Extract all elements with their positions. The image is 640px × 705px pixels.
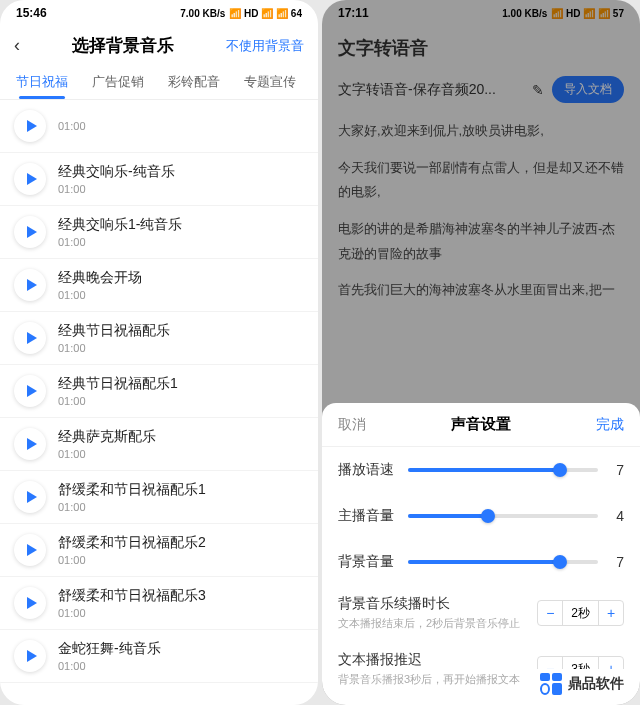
status-time: 15:46: [16, 6, 47, 20]
music-item[interactable]: 金蛇狂舞-纯音乐 01:00: [0, 630, 318, 683]
music-item[interactable]: 经典萨克斯配乐 01:00: [0, 418, 318, 471]
text-content[interactable]: 大家好,欢迎来到侃片,放映员讲电影,今天我们要说一部剧情有点雷人，但是却又还不错…: [322, 111, 640, 323]
stepper-minus[interactable]: −: [538, 601, 562, 625]
music-duration: 01:00: [58, 448, 304, 460]
play-icon: [27, 544, 37, 556]
status-bar: 17:11 1.00 KB/s 📶 HD 📶 📶 57: [322, 0, 640, 26]
music-item[interactable]: 经典交响乐1-纯音乐 01:00: [0, 206, 318, 259]
play-button[interactable]: [14, 640, 46, 672]
header: ‹ 选择背景音乐 不使用背景音: [0, 26, 318, 65]
music-duration: 01:00: [58, 236, 304, 248]
import-button[interactable]: 导入文档: [552, 76, 624, 103]
music-title: 经典交响乐1-纯音乐: [58, 216, 304, 234]
slider-label: 主播音量: [338, 507, 398, 525]
page-title: 选择背景音乐: [20, 34, 226, 57]
no-bgm-button[interactable]: 不使用背景音: [226, 37, 304, 55]
slider-value: 7: [608, 554, 624, 570]
cancel-button[interactable]: 取消: [338, 416, 366, 434]
music-duration: 01:00: [58, 183, 304, 195]
music-item[interactable]: 舒缓柔和节日祝福配乐1 01:00: [0, 471, 318, 524]
music-duration: 01:00: [58, 120, 304, 132]
right-content: 17:11 1.00 KB/s 📶 HD 📶 📶 57 文字转语音 文字转语音-…: [322, 0, 640, 323]
music-title: 舒缓柔和节日祝福配乐2: [58, 534, 304, 552]
slider-row: 播放语速 7: [322, 447, 640, 493]
stepper-value: 2秒: [562, 601, 599, 625]
play-icon: [27, 332, 37, 344]
play-icon: [27, 385, 37, 397]
music-title: 经典节日祝福配乐: [58, 322, 304, 340]
music-item[interactable]: 舒缓柔和节日祝福配乐3 01:00: [0, 577, 318, 630]
tab-3[interactable]: 专题宣传: [232, 65, 308, 99]
play-icon: [27, 279, 37, 291]
music-list[interactable]: 01:00 经典交响乐-纯音乐 01:00 经典交响乐1-纯音乐 01:00 经…: [0, 100, 318, 705]
edit-icon[interactable]: ✎: [532, 82, 544, 98]
logo-text: 鼎品软件: [568, 675, 624, 693]
music-title: 经典交响乐-纯音乐: [58, 163, 304, 181]
music-duration: 01:00: [58, 554, 304, 566]
sound-settings-sheet: 取消 声音设置 完成 播放语速 7主播音量 4背景音量 7 背景音乐续播时长 文…: [322, 403, 640, 705]
tab-1[interactable]: 广告促销: [80, 65, 156, 99]
slider-thumb[interactable]: [481, 509, 495, 523]
tab-0[interactable]: 节日祝福: [4, 65, 80, 99]
done-button[interactable]: 完成: [596, 416, 624, 434]
slider-thumb[interactable]: [553, 555, 567, 569]
play-button[interactable]: [14, 587, 46, 619]
play-button[interactable]: [14, 375, 46, 407]
music-duration: 01:00: [58, 395, 304, 407]
tab-4[interactable]: 抒情: [308, 65, 318, 99]
slider-label: 播放语速: [338, 461, 398, 479]
music-duration: 01:00: [58, 607, 304, 619]
right-header: 文字转语音: [322, 26, 640, 68]
music-duration: 01:00: [58, 342, 304, 354]
slider[interactable]: [408, 560, 598, 564]
music-item[interactable]: 01:00: [0, 100, 318, 153]
slider-value: 4: [608, 508, 624, 524]
music-item[interactable]: 经典晚会开场 01:00: [0, 259, 318, 312]
music-item[interactable]: 经典节日祝福配乐 01:00: [0, 312, 318, 365]
play-button[interactable]: [14, 534, 46, 566]
status-time: 17:11: [338, 6, 369, 20]
music-title: 金蛇狂舞-纯音乐: [58, 640, 304, 658]
setting-description: 背景音乐播报3秒后，再开始播报文本: [338, 672, 537, 687]
music-title: 经典晚会开场: [58, 269, 304, 287]
play-icon: [27, 226, 37, 238]
text-paragraph: 今天我们要说一部剧情有点雷人，但是却又还不错的电影,: [338, 156, 624, 205]
play-icon: [27, 650, 37, 662]
music-title: 经典节日祝福配乐1: [58, 375, 304, 393]
text-paragraph: 首先我们巨大的海神波塞冬从水里面冒出来,把一: [338, 278, 624, 303]
slider-row: 主播音量 4: [322, 493, 640, 539]
setting-label: 文本播报推迟: [338, 651, 537, 669]
music-item[interactable]: 舒缓柔和节日祝福配乐2 01:00: [0, 524, 318, 577]
play-icon: [27, 173, 37, 185]
status-icons: 1.00 KB/s 📶 HD 📶 📶 57: [502, 8, 624, 19]
play-icon: [27, 438, 37, 450]
play-button[interactable]: [14, 428, 46, 460]
music-title: 舒缓柔和节日祝福配乐3: [58, 587, 304, 605]
slider-row: 背景音量 7: [322, 539, 640, 585]
play-button[interactable]: [14, 110, 46, 142]
stepper-plus[interactable]: +: [599, 601, 623, 625]
sheet-header: 取消 声音设置 完成: [322, 403, 640, 447]
slider-label: 背景音量: [338, 553, 398, 571]
setting-description: 文本播报结束后，2秒后背景音乐停止: [338, 616, 537, 631]
music-item[interactable]: 经典交响乐-纯音乐 01:00: [0, 153, 318, 206]
slider[interactable]: [408, 514, 598, 518]
setting-row: 背景音乐续播时长 文本播报结束后，2秒后背景音乐停止 − 2秒 +: [322, 585, 640, 641]
slider-thumb[interactable]: [553, 463, 567, 477]
music-duration: 01:00: [58, 660, 304, 672]
tab-2[interactable]: 彩铃配音: [156, 65, 232, 99]
slider[interactable]: [408, 468, 598, 472]
status-icons: 7.00 KB/s 📶 HD 📶 📶 64: [180, 8, 302, 19]
music-title: 舒缓柔和节日祝福配乐1: [58, 481, 304, 499]
logo-icon: [540, 673, 562, 695]
play-button[interactable]: [14, 163, 46, 195]
text-paragraph: 大家好,欢迎来到侃片,放映员讲电影,: [338, 119, 624, 144]
music-item[interactable]: 经典节日祝福配乐1 01:00: [0, 365, 318, 418]
play-button[interactable]: [14, 322, 46, 354]
document-name: 文字转语音-保存音频20...: [338, 81, 524, 99]
play-button[interactable]: [14, 481, 46, 513]
play-button[interactable]: [14, 269, 46, 301]
play-button[interactable]: [14, 216, 46, 248]
music-title: 经典萨克斯配乐: [58, 428, 304, 446]
status-bar: 15:46 7.00 KB/s 📶 HD 📶 📶 64: [0, 0, 318, 26]
